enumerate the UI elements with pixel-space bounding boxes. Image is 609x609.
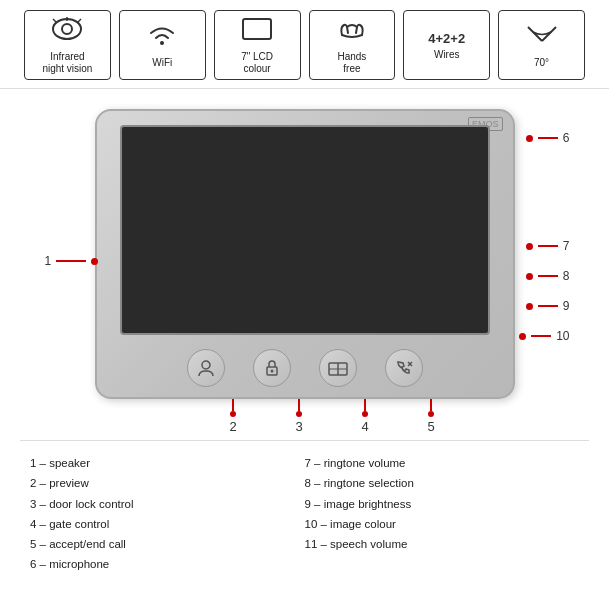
- wifi-label: WiFi: [152, 57, 172, 69]
- callout-dot-5: [428, 411, 434, 417]
- separator: [20, 440, 589, 441]
- ann-dot-1: [91, 258, 98, 265]
- svg-point-12: [270, 370, 273, 373]
- ann-num-10: 10: [556, 329, 569, 343]
- lcd-label: 7" LCD colour: [241, 51, 273, 75]
- annotation-9: 9: [526, 299, 570, 313]
- callout-dot-2: [230, 411, 236, 417]
- ann-dot-10: [519, 333, 526, 340]
- legend-item-3: 3 – door lock control: [30, 496, 305, 513]
- infrared-label: Infrared night vision: [42, 51, 92, 75]
- button-gate[interactable]: [319, 349, 357, 387]
- callout-4: 4: [346, 399, 384, 434]
- annotation-7: 7: [526, 239, 570, 253]
- callout-num-3: 3: [295, 419, 302, 434]
- ann-dot-7: [526, 243, 533, 250]
- button-preview[interactable]: [187, 349, 225, 387]
- callout-2: 2: [214, 399, 252, 434]
- ann-line-8: [538, 275, 558, 277]
- feature-angle: 70°: [498, 10, 585, 80]
- device-wrapper: EMOS: [95, 109, 515, 399]
- device-buttons: [187, 349, 423, 387]
- legend-item-6: 6 – microphone: [30, 556, 305, 573]
- legend-item-8: 8 – ringtone selection: [305, 475, 580, 492]
- wifi-icon: [144, 21, 180, 53]
- legend-item-5: 5 – accept/end call: [30, 536, 305, 553]
- svg-point-0: [53, 19, 81, 39]
- diagram-area: EMOS: [0, 89, 609, 419]
- annotation-6: 6: [526, 131, 570, 145]
- wires-icon: 4+2+2: [428, 30, 465, 45]
- ann-line-9: [538, 305, 558, 307]
- angle-icon: [524, 21, 560, 53]
- legend-item-11: 11 – speech volume: [305, 536, 580, 553]
- handsfree-label: Hands free: [337, 51, 366, 75]
- ann-num-7: 7: [563, 239, 570, 253]
- feature-wires: 4+2+2 Wires: [403, 10, 490, 80]
- legend-item-2: 2 – preview: [30, 475, 305, 492]
- callout-num-2: 2: [229, 419, 236, 434]
- annotation-8: 8: [526, 269, 570, 283]
- ann-dot-6: [526, 135, 533, 142]
- legend-item-7: 7 – ringtone volume: [305, 455, 580, 472]
- callout-line-4: [364, 399, 366, 411]
- button-callouts: 2 3 4 5: [0, 399, 609, 434]
- callout-dot-4: [362, 411, 368, 417]
- legend-item-1: 1 – speaker: [30, 455, 305, 472]
- wires-label: Wires: [434, 49, 460, 61]
- legend-col-left: 1 – speaker 2 – preview 3 – door lock co…: [30, 455, 305, 574]
- annotation-10: 10: [519, 329, 569, 343]
- angle-label: 70°: [534, 57, 549, 69]
- infrared-icon: [49, 15, 85, 47]
- ann-line-1: [56, 260, 86, 262]
- svg-rect-6: [243, 19, 271, 39]
- ann-num-8: 8: [563, 269, 570, 283]
- legend-area: 1 – speaker 2 – preview 3 – door lock co…: [0, 447, 609, 574]
- callout-line-5: [430, 399, 432, 411]
- ann-line-6: [538, 137, 558, 139]
- svg-point-5: [160, 41, 164, 45]
- legend-item-9: 9 – image brightness: [305, 496, 580, 513]
- legend-col-right: 7 – ringtone volume 8 – ringtone selecti…: [305, 455, 580, 574]
- ann-line-10: [531, 335, 551, 337]
- button-doorlock[interactable]: [253, 349, 291, 387]
- callout-line-3: [298, 399, 300, 411]
- feature-wifi: WiFi: [119, 10, 206, 80]
- callout-num-4: 4: [361, 419, 368, 434]
- feature-lcd: 7" LCD colour: [214, 10, 301, 80]
- ann-dot-9: [526, 303, 533, 310]
- ann-num-6: 6: [563, 131, 570, 145]
- callout-row: 2 3 4 5: [159, 399, 450, 434]
- device-body: EMOS: [95, 109, 515, 399]
- legend-item-10: 10 – image colour: [305, 516, 580, 533]
- annotation-1: 1: [45, 254, 99, 268]
- lcd-icon: [239, 15, 275, 47]
- callout-3: 3: [280, 399, 318, 434]
- svg-point-1: [62, 24, 72, 34]
- svg-point-10: [202, 361, 210, 369]
- ann-num-1: 1: [45, 254, 52, 268]
- feature-infrared: Infrared night vision: [24, 10, 111, 80]
- callout-dot-3: [296, 411, 302, 417]
- feature-handsfree: Hands free: [309, 10, 396, 80]
- ann-dot-8: [526, 273, 533, 280]
- callout-num-5: 5: [427, 419, 434, 434]
- legend-item-4: 4 – gate control: [30, 516, 305, 533]
- features-row: Infrared night vision WiFi 7" LCD colour: [0, 0, 609, 89]
- button-call[interactable]: [385, 349, 423, 387]
- callout-5: 5: [412, 399, 450, 434]
- handsfree-icon: [334, 15, 370, 47]
- callout-line-2: [232, 399, 234, 411]
- ann-line-7: [538, 245, 558, 247]
- device-screen: [120, 125, 490, 335]
- ann-num-9: 9: [563, 299, 570, 313]
